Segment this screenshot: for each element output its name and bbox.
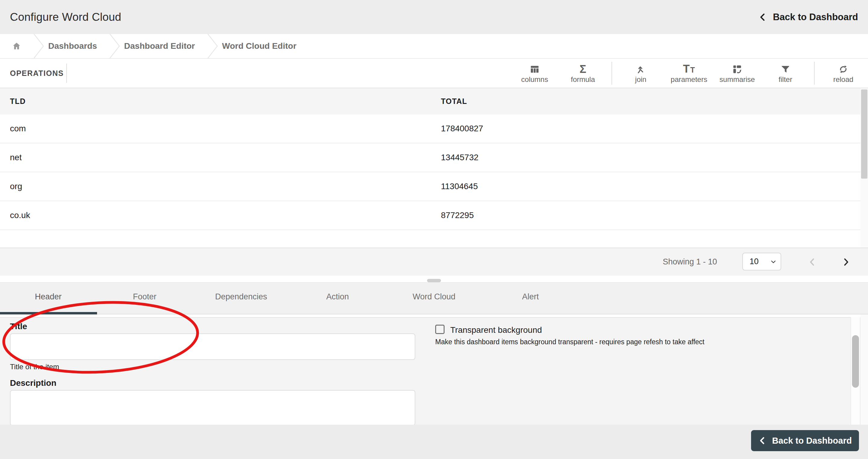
tool-label: join [635,76,646,83]
breadcrumb-chevron-icon [33,34,44,59]
tab-dependencies[interactable]: Dependencies [193,283,289,314]
cell-total: 8772295 [441,201,474,230]
tool-label: filter [778,76,792,83]
filter-button[interactable]: filter [761,59,809,88]
chevron-down-icon [770,258,777,265]
divider [814,62,815,85]
join-button[interactable]: join [617,59,665,88]
cell-total: 11304645 [441,172,478,201]
column-header-total: TOTAL [441,88,467,114]
operations-row: OPERATIONS columns Σ formula join [0,59,868,88]
chevron-right-icon [841,257,851,267]
word-cloud-editor-screen: Configure Word Cloud Back to Dashboard D… [0,0,868,459]
previous-page-button[interactable] [807,256,817,268]
page-size-value: 10 [749,257,758,266]
summarise-icon [732,63,742,74]
cell-total: 13445732 [441,143,478,172]
table-scrollbar-thumb[interactable] [861,90,867,178]
table-header-row: TLD TOTAL [0,88,868,114]
filter-icon [780,63,790,74]
cell-tld: co.uk [10,201,30,230]
breadcrumb-home[interactable] [12,41,21,51]
showing-range-label: Showing 1 - 10 [663,248,717,275]
panel-scrollbar-thumb[interactable] [852,335,859,388]
join-icon [636,63,646,74]
tab-alert[interactable]: Alert [482,283,579,314]
cell-total: 178400827 [441,114,483,143]
tool-label: reload [833,76,854,83]
back-to-dashboard-button[interactable]: Back to Dashboard [751,430,859,451]
operations-label: OPERATIONS [10,59,64,88]
tool-label: parameters [671,76,707,83]
title-input[interactable] [10,333,415,360]
cell-tld: org [10,172,22,201]
panel-tabs: Header Footer Dependencies Action Word C… [0,282,868,315]
transparent-background-checkbox[interactable] [435,325,444,334]
title-help-text: Title of the item [10,363,59,371]
next-page-button[interactable] [841,256,851,268]
formula-icon: Σ [580,63,586,74]
back-to-dashboard-label: Back to Dashboard [773,12,858,23]
transparent-background-label[interactable]: Transparent background [450,325,542,335]
back-to-dashboard-link[interactable]: Back to Dashboard [758,0,858,34]
transparent-background-help-text: Make this dashboard items background tra… [435,338,704,346]
breadcrumb-chevron-icon [109,34,120,59]
tab-header[interactable]: Header [0,283,96,314]
table-row: org 11304645 [0,172,861,201]
app-header: Configure Word Cloud Back to Dashboard [0,0,868,34]
description-field-label: Description [10,378,56,388]
table-row: co.uk 8772295 [0,201,861,230]
table-row: net 13445732 [0,143,861,172]
panel-drag-handle[interactable] [427,279,441,282]
footer-bar: Back to Dashboard [0,425,868,459]
breadcrumb-item-dashboards[interactable]: Dashboards [48,41,97,51]
table-row: com 178400827 [0,114,861,143]
columns-button[interactable]: columns [510,59,559,88]
breadcrumb-item-word-cloud-editor[interactable]: Word Cloud Editor [222,41,297,51]
parameters-button[interactable]: TT parameters [665,59,713,88]
divider [66,64,67,83]
breadcrumb-item-dashboard-editor[interactable]: Dashboard Editor [124,41,195,51]
active-tab-indicator [0,312,97,315]
page-title: Configure Word Cloud [10,0,121,34]
columns-icon [530,63,540,74]
pagination-bar: Showing 1 - 10 10 [0,248,868,275]
tool-label: formula [571,76,595,83]
summarise-button[interactable]: summarise [713,59,761,88]
parameters-icon: TT [683,63,695,74]
chevron-left-icon [807,257,817,267]
back-to-dashboard-button-label: Back to Dashboard [772,436,852,446]
cell-tld: net [10,143,22,172]
reload-button[interactable]: reload [819,59,867,88]
home-icon [12,41,21,51]
breadcrumb-chevron-icon [207,34,218,59]
title-field-label: Title [10,322,27,331]
table-empty-space [0,230,861,248]
tool-label: columns [521,76,548,83]
chevron-left-icon [758,436,767,445]
page-size-select[interactable]: 10 [742,253,781,270]
cell-tld: com [10,114,26,143]
breadcrumb: Dashboards Dashboard Editor Word Cloud E… [0,34,868,59]
tab-word-cloud[interactable]: Word Cloud [386,283,482,314]
divider [612,62,612,85]
panel-right-gutter [861,315,868,425]
formula-button[interactable]: Σ formula [559,59,607,88]
tool-label: summarise [719,76,755,83]
tab-footer[interactable]: Footer [96,283,193,314]
operations-toolbar: columns Σ formula join TT parameters [510,59,867,88]
description-textarea[interactable] [10,390,415,426]
reload-icon [838,63,848,74]
tab-action[interactable]: Action [289,283,386,314]
chevron-left-icon [758,13,767,22]
column-header-tld: TLD [10,88,26,114]
